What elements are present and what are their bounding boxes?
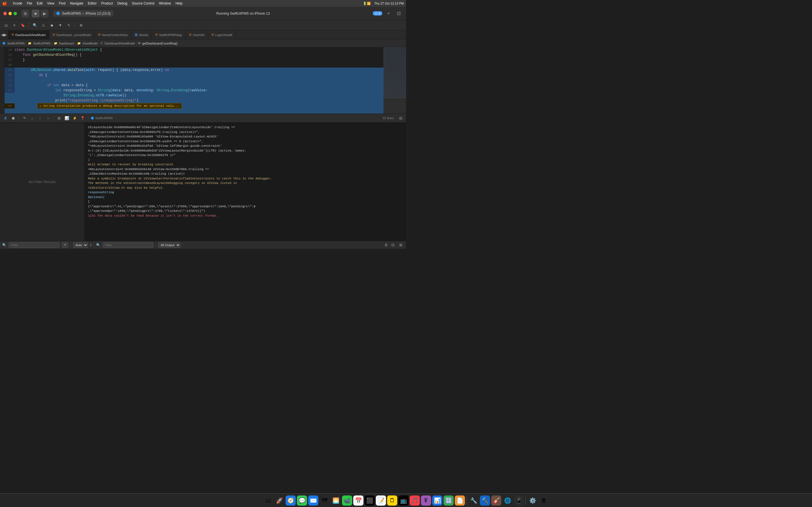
minimap-viewport[interactable]	[384, 47, 406, 98]
console-line: H:|-(8)-[UILayoutGuide:0x600000a00d20'UI…	[88, 149, 403, 153]
filter-clear[interactable]: ✕	[62, 242, 68, 248]
console-output[interactable]: UILayoutGuide:0x600000a00c40'UINavigatio…	[85, 123, 406, 241]
filter-btn[interactable]: ▼	[57, 22, 64, 29]
bookmark-btn[interactable]: 🔖	[19, 22, 27, 29]
method-icon: M	[138, 42, 140, 45]
menu-window[interactable]: Window	[159, 1, 171, 5]
chevron-icon: ›	[83, 11, 84, 15]
console-line: <UIKitCore/UIView.h> may also be helpful…	[88, 186, 403, 190]
no-filter-label: No Filter Results	[29, 180, 56, 184]
scheme-selector[interactable]: 🔷 SwiftUIIPMS › iPhone 13 (15.0)	[53, 10, 113, 17]
folder-icon-2: 📁	[54, 42, 57, 45]
run-status: Running SwiftUIIPMS on iPhone 13	[116, 11, 370, 15]
sidebar-toggle[interactable]: ⊞	[21, 10, 29, 17]
view-debugger[interactable]: ⊞	[56, 115, 62, 121]
minimap-content	[384, 47, 406, 114]
minimap	[384, 47, 406, 114]
tab-dashboard-response[interactable]: M Dashboard...ponseModel	[49, 31, 95, 39]
tab-dashboard-viewmodel[interactable]: M DashboardViewModel	[8, 31, 49, 39]
debug-play-pause[interactable]: ⏸	[2, 115, 8, 121]
debug-step-into[interactable]: ↓	[29, 115, 35, 121]
output-filter-icon: 🔍	[96, 243, 100, 247]
tab-userinfo[interactable]: M UserInfo	[186, 31, 208, 39]
memory-debugger[interactable]: 📊	[64, 115, 70, 121]
zoom-button[interactable]	[13, 12, 17, 15]
add-tab-button[interactable]: ＋	[385, 10, 393, 17]
comment-btn[interactable]: ✎	[65, 22, 72, 29]
split-view-btn[interactable]: ⊟	[398, 115, 404, 121]
auto-dropdown[interactable]: Auto	[73, 242, 88, 248]
breadcrumb-dashboard[interactable]: Dashboard	[59, 42, 74, 45]
debug-sep-1	[18, 116, 19, 120]
warning-filter-btn[interactable]: ⚠	[40, 22, 47, 29]
breadcrumb-viewmodel[interactable]: ViewModel	[82, 42, 98, 45]
split-console[interactable]: ⊡	[390, 242, 396, 248]
console-line: _UINavigationBarContentView:0x15b8091f0.…	[88, 139, 403, 144]
breadcrumb-project[interactable]: SwiftUIIPMS	[7, 42, 25, 45]
breadcrumb-group[interactable]: SwiftUIIPMS	[33, 42, 50, 45]
left-panel	[0, 47, 4, 114]
menu-edit[interactable]: Edit	[37, 1, 43, 5]
split-editor-button[interactable]: ⊡	[395, 10, 403, 17]
debug-stop[interactable]: ⏹	[10, 115, 16, 121]
stop-button[interactable]: ■	[32, 10, 40, 17]
debug-location[interactable]: 📍	[80, 115, 86, 121]
close-button[interactable]	[3, 12, 7, 15]
hierarchy-btn[interactable]: ≡	[11, 22, 18, 29]
code-line-30: 30 do {	[4, 73, 384, 78]
console-line: "<NSLayoutConstraint:0x600001010fa0 'UIV…	[88, 144, 403, 149]
breadcrumb-class[interactable]: DashboardViewModel	[105, 42, 135, 45]
debug-step-over[interactable]: ↷	[21, 115, 28, 121]
swift-file-icon-6: M	[211, 33, 214, 36]
apple-menu[interactable]: 🍎	[2, 1, 7, 6]
clear-btn[interactable]: 🗑	[384, 243, 388, 247]
filter-input[interactable]	[9, 242, 59, 248]
menu-find[interactable]: Find	[59, 1, 65, 5]
project-icon: 🔷	[2, 42, 6, 45]
breadcrumb-method[interactable]: getDashboardCountReq()	[142, 42, 177, 45]
scheme-name: SwiftUIIPMS	[62, 11, 81, 15]
tab-forward[interactable]: ▶	[4, 33, 7, 37]
tab-back[interactable]: ◀	[1, 33, 4, 37]
debug-step-out[interactable]: ↑	[37, 115, 43, 121]
code-editor[interactable]: 10 class DashboardViewModel:ObservableOb…	[4, 47, 384, 114]
code-line-29: 29 URLSession.shared.dataTask(with: requ…	[4, 68, 384, 73]
menu-product[interactable]: Product	[101, 1, 113, 5]
console-line: _UINavigationBarContentView:0x15b8091f0.…	[88, 130, 403, 135]
nav-arrows: ◀ ▶	[0, 31, 8, 39]
status-sep-3	[156, 243, 156, 247]
menu-navigate[interactable]: Navigate	[70, 1, 83, 5]
debug-sep-2	[53, 116, 54, 120]
tab-assets[interactable]: 🖼 Assets	[132, 31, 152, 39]
tab-loginviewm[interactable]: M LoginViewM	[208, 31, 236, 39]
console-line: Will attempt to recover by breaking cons…	[88, 162, 403, 167]
console-left: No Filter Results	[0, 123, 85, 241]
debug-continue[interactable]: →	[45, 115, 51, 121]
nav-pad-btn[interactable]: ⊕	[77, 22, 85, 29]
search-btn[interactable]: 🔍	[31, 22, 39, 29]
tab-swiftuiipms[interactable]: M SwiftUIIPMSApp	[152, 31, 186, 39]
code-content[interactable]: 10 class DashboardViewModel:ObservableOb…	[4, 47, 384, 114]
menu-editor[interactable]: Editor	[88, 1, 97, 5]
output-filter-input[interactable]	[103, 242, 153, 248]
menu-view[interactable]: View	[47, 1, 54, 5]
tab-home-content[interactable]: M HomeContentView	[95, 31, 132, 39]
run-button[interactable]: ▶	[41, 10, 49, 17]
swift-file-icon: M	[11, 33, 14, 36]
menu-xcode[interactable]: Xcode	[13, 1, 22, 5]
breadcrumb: 🔷 SwiftUIIPMS › 📁 SwiftUIIPMS › 📁 Dashbo…	[0, 40, 406, 47]
minimize-button[interactable]	[8, 12, 12, 15]
menu-help[interactable]: Help	[175, 1, 183, 5]
menu-debug[interactable]: Debug	[117, 1, 127, 5]
menu-source-control[interactable]: Source Control	[132, 1, 154, 5]
warning-badge[interactable]: ⚠ 6	[373, 11, 382, 15]
folder-icon: 📁	[28, 42, 31, 45]
menu-right: 🔋📶 Thu 27 Oct 12:13 PM	[363, 2, 404, 5]
breakpoint-btn[interactable]: ◆	[48, 22, 56, 29]
environment-overrides[interactable]: ⚡	[71, 115, 78, 121]
expand-console[interactable]: ⊞	[398, 242, 404, 248]
navigator-toggle[interactable]: 🗂	[2, 22, 10, 29]
menu-file[interactable]: File	[27, 1, 32, 5]
toolbar-sep-2	[75, 23, 75, 28]
all-output-dropdown[interactable]: All Output	[158, 242, 181, 248]
